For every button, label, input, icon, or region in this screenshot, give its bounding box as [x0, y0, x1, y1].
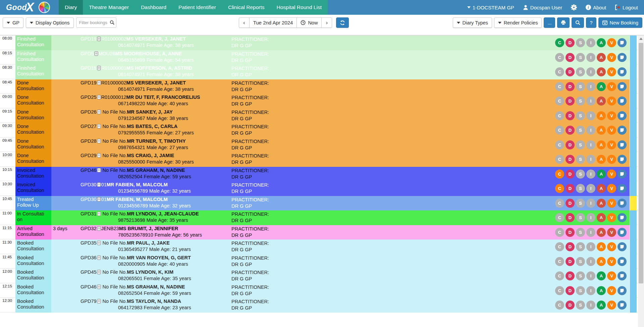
- note-button[interactable]: [618, 170, 627, 179]
- action-d-button[interactable]: D: [566, 199, 575, 208]
- settings-button[interactable]: [571, 4, 577, 10]
- note-button[interactable]: [618, 242, 627, 251]
- action-d-button[interactable]: D: [566, 170, 575, 179]
- booking-row[interactable]: 10:15 InvoicedConsultation GPD46 No File…: [0, 167, 644, 182]
- note-button[interactable]: [618, 228, 627, 237]
- action-a-button[interactable]: A: [597, 271, 606, 280]
- action-s-button[interactable]: S: [576, 228, 585, 237]
- vertical-scrollbar[interactable]: [638, 36, 644, 327]
- action-v-button[interactable]: V: [607, 140, 616, 149]
- diary-types-button[interactable]: Diary Types: [453, 17, 492, 28]
- action-a-button[interactable]: A: [597, 67, 606, 76]
- note-button[interactable]: [618, 111, 627, 120]
- action-v-button[interactable]: V: [607, 53, 616, 62]
- practice-selector[interactable]: 1-DOCSTEAM GP: [467, 5, 514, 10]
- action-d-button[interactable]: D: [566, 126, 575, 135]
- action-s-button[interactable]: S: [576, 199, 585, 208]
- action-c-button[interactable]: C: [555, 126, 564, 135]
- note-button[interactable]: [618, 301, 627, 310]
- action-v-button[interactable]: V: [607, 271, 616, 280]
- nav-item-theatre-manager[interactable]: Theatre Manager: [83, 0, 135, 15]
- action-i-button[interactable]: I: [586, 96, 595, 106]
- note-button[interactable]: [618, 257, 627, 266]
- action-s-button[interactable]: S: [576, 38, 585, 47]
- booking-row[interactable]: 08:30 FinishedConsultation GPD15R0100000…: [0, 65, 644, 79]
- action-s-button[interactable]: S: [576, 286, 585, 295]
- display-options-button[interactable]: Display Options: [26, 17, 74, 28]
- action-i-button[interactable]: I: [586, 199, 595, 208]
- booking-row[interactable]: 09:30 DoneConsultation GPD27 No File No.…: [0, 123, 644, 138]
- action-i-button[interactable]: I: [586, 38, 595, 47]
- nav-item-clinical-reports[interactable]: Clinical Reports: [222, 0, 271, 15]
- action-c-button[interactable]: C: [555, 213, 564, 222]
- booking-row[interactable]: 12:30 BookedConsultation GPD79 No File N…: [0, 298, 644, 313]
- booking-row[interactable]: 09:00 DoneConsultation GPD25R01000012MR …: [0, 94, 644, 109]
- scrollbar-thumb[interactable]: [639, 43, 643, 283]
- action-v-button[interactable]: V: [607, 301, 616, 310]
- action-a-button[interactable]: A: [597, 111, 606, 120]
- action-i-button[interactable]: I: [586, 184, 595, 193]
- note-button[interactable]: [618, 67, 627, 76]
- action-v-button[interactable]: V: [607, 38, 616, 47]
- action-i-button[interactable]: I: [586, 170, 595, 179]
- action-s-button[interactable]: S: [576, 53, 585, 62]
- booking-row[interactable]: 08:00 FinishedConsultation GPD19R0100000…: [0, 36, 644, 50]
- action-a-button[interactable]: A: [597, 184, 606, 193]
- action-d-button[interactable]: D: [566, 111, 575, 120]
- action-a-button[interactable]: A: [597, 38, 606, 47]
- note-button[interactable]: [618, 82, 627, 91]
- nav-item-patient-identifier[interactable]: Patient Identifier: [172, 0, 222, 15]
- action-d-button[interactable]: D: [566, 96, 575, 106]
- action-c-button[interactable]: C: [555, 286, 564, 295]
- note-button[interactable]: [618, 199, 627, 208]
- action-s-button[interactable]: S: [576, 140, 585, 149]
- action-a-button[interactable]: A: [597, 53, 606, 62]
- action-a-button[interactable]: A: [597, 301, 606, 310]
- next-day-button[interactable]: ›: [321, 17, 332, 28]
- now-button[interactable]: Now: [297, 17, 322, 28]
- action-i-button[interactable]: I: [586, 155, 595, 164]
- action-i-button[interactable]: I: [586, 82, 595, 91]
- booking-row[interactable]: 11:30 BookedConsultation GPD35 No File N…: [0, 240, 644, 254]
- action-i-button[interactable]: I: [586, 301, 595, 310]
- action-c-button[interactable]: C: [555, 96, 564, 106]
- action-s-button[interactable]: S: [576, 271, 585, 280]
- action-c-button[interactable]: C: [555, 257, 564, 266]
- action-c-button[interactable]: C: [555, 155, 564, 164]
- booking-row[interactable]: 10:00 DoneConsultation GPD29 No File No.…: [0, 152, 644, 167]
- action-v-button[interactable]: V: [607, 82, 616, 91]
- about-button[interactable]: i About: [586, 5, 606, 10]
- note-button[interactable]: [618, 213, 627, 222]
- action-i-button[interactable]: I: [586, 140, 595, 149]
- booking-row[interactable]: 10:30 InvoicedConsultation GPD3001MR FAB…: [0, 181, 644, 196]
- action-s-button[interactable]: S: [576, 126, 585, 135]
- booking-row[interactable]: 12:00 BookedConsultation GPD45 No File N…: [0, 269, 644, 283]
- booking-row[interactable]: 12:15 BookedConsultation GPD46 No File N…: [0, 283, 644, 298]
- action-d-button[interactable]: D: [566, 257, 575, 266]
- more-options-button[interactable]: ...: [544, 17, 555, 28]
- current-date-button[interactable]: Tue 2nd Apr 2024: [249, 17, 297, 28]
- action-a-button[interactable]: A: [597, 213, 606, 222]
- note-button[interactable]: [618, 126, 627, 135]
- action-v-button[interactable]: V: [607, 184, 616, 193]
- action-v-button[interactable]: V: [607, 111, 616, 120]
- note-button[interactable]: [618, 140, 627, 149]
- action-d-button[interactable]: D: [566, 155, 575, 164]
- action-i-button[interactable]: I: [586, 126, 595, 135]
- note-button[interactable]: [618, 271, 627, 280]
- action-c-button[interactable]: C: [555, 242, 564, 251]
- action-a-button[interactable]: A: [597, 170, 606, 179]
- booking-row[interactable]: 08:15 FinishedConsultation GPD5MOU26MS M…: [0, 50, 644, 65]
- action-a-button[interactable]: A: [597, 155, 606, 164]
- action-i-button[interactable]: I: [586, 67, 595, 76]
- booking-row[interactable]: 08:45 DoneConsultation GPD19R01000002MS …: [0, 79, 644, 94]
- action-c-button[interactable]: C: [555, 271, 564, 280]
- action-v-button[interactable]: V: [607, 67, 616, 76]
- action-a-button[interactable]: A: [597, 82, 606, 91]
- action-a-button[interactable]: A: [597, 126, 606, 135]
- prev-day-button[interactable]: ‹: [239, 17, 250, 28]
- action-c-button[interactable]: C: [555, 199, 564, 208]
- action-d-button[interactable]: D: [566, 228, 575, 237]
- note-button[interactable]: [618, 184, 627, 193]
- action-a-button[interactable]: A: [597, 199, 606, 208]
